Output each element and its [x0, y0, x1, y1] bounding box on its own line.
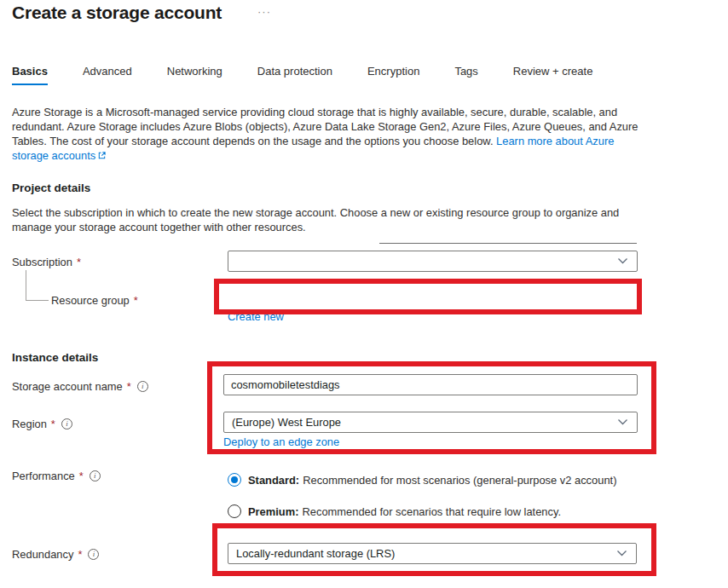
required-marker: * [79, 470, 84, 482]
premium-option-name: Premium: [248, 505, 298, 518]
deploy-edge-zone-link[interactable]: Deploy to an edge zone [223, 435, 339, 448]
tab-basics[interactable]: Basics [12, 65, 48, 85]
info-icon[interactable]: i [61, 418, 72, 429]
info-icon[interactable]: i [90, 470, 101, 481]
redundancy-label: Redundancy* i [12, 548, 99, 561]
storage-account-name-label-text: Storage account name [12, 380, 123, 393]
required-marker: * [78, 548, 82, 561]
radio-selected-icon[interactable] [228, 473, 241, 487]
project-details-heading: Project details [12, 182, 90, 194]
wizard-tabs: Basics Advanced Networking Data protecti… [12, 65, 592, 85]
region-label-text: Region [12, 418, 47, 430]
instance-details-heading: Instance details [12, 351, 98, 364]
subscription-dropdown[interactable] [228, 251, 638, 272]
external-link-icon [97, 149, 107, 164]
tab-advanced[interactable]: Advanced [83, 65, 132, 85]
project-details-description: Select the subscription in which to crea… [12, 205, 644, 234]
chevron-down-icon [617, 416, 628, 429]
premium-option-description: Recommended for scenarios that require l… [302, 505, 561, 518]
radio-unselected-icon[interactable] [228, 504, 241, 518]
tab-data-protection[interactable]: Data protection [257, 65, 332, 85]
subscription-label-text: Subscription [12, 256, 72, 268]
region-label: Region* i [12, 418, 72, 430]
tab-networking[interactable]: Networking [167, 65, 222, 85]
required-marker: * [77, 256, 81, 268]
redundancy-label-text: Redundancy [12, 548, 73, 561]
redundancy-value: Locally-redundant storage (LRS) [236, 547, 395, 560]
standard-option-text: Standard:Recommended for most scenarios … [248, 474, 616, 487]
chevron-down-icon [617, 255, 628, 268]
standard-option-name: Standard: [248, 474, 299, 487]
required-marker: * [51, 418, 55, 430]
redundancy-dropdown[interactable]: Locally-redundant storage (LRS) [228, 543, 637, 564]
chevron-down-icon [616, 547, 627, 560]
tab-review-create[interactable]: Review + create [513, 65, 593, 85]
region-value: (Europe) West Europe [232, 416, 341, 429]
tab-tags[interactable]: Tags [454, 65, 477, 85]
premium-option-text: Premium:Recommended for scenarios that r… [248, 505, 561, 518]
info-icon[interactable]: i [137, 381, 148, 392]
performance-label: Performance* i [12, 470, 101, 482]
callout-border-artifact [379, 243, 637, 244]
resource-group-label: Resource group* [51, 294, 138, 307]
resource-group-connector [26, 270, 49, 301]
required-marker: * [134, 294, 138, 307]
required-marker: * [127, 380, 131, 393]
standard-option-description: Recommended for most scenarios (general-… [303, 474, 616, 487]
subscription-label: Subscription* [12, 256, 81, 268]
resource-group-label-text: Resource group [51, 294, 130, 307]
storage-account-name-input[interactable] [223, 374, 638, 395]
page-title: Create a storage account [12, 3, 222, 23]
region-dropdown[interactable]: (Europe) West Europe [223, 412, 638, 433]
performance-label-text: Performance [12, 470, 75, 482]
info-icon[interactable]: i [88, 549, 99, 560]
performance-option-standard[interactable]: Standard:Recommended for most scenarios … [228, 473, 616, 487]
create-new-link[interactable]: Create new [228, 310, 284, 323]
resource-group-input[interactable] [222, 283, 636, 308]
intro-text: Azure Storage is a Microsoft-managed ser… [12, 105, 644, 164]
performance-option-premium[interactable]: Premium:Recommended for scenarios that r… [228, 504, 561, 518]
storage-account-name-label: Storage account name* i [12, 380, 148, 393]
more-options-icon[interactable]: ··· [257, 5, 271, 19]
create-storage-account-page: Create a storage account ··· Basics Adva… [0, 0, 728, 588]
tab-encryption[interactable]: Encryption [367, 65, 419, 85]
